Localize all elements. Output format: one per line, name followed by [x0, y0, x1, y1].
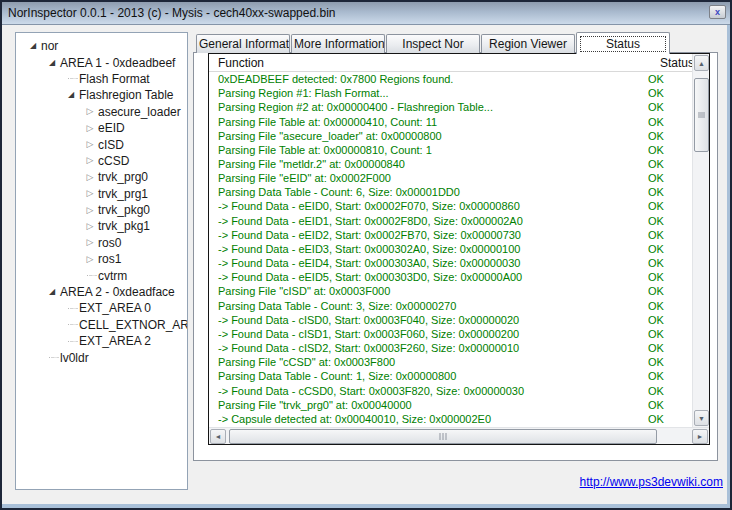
tree-connector: [68, 78, 78, 79]
tree-item[interactable]: ◢Flashregion Table: [16, 87, 187, 103]
tree-item[interactable]: ▷eEID: [16, 120, 187, 136]
status-row-function: -> Found Data - eEID0, Start: 0x0002F070…: [209, 200, 645, 212]
tree-collapsed-icon[interactable]: ▷: [82, 124, 98, 133]
status-row-function: Parsing Data Table - Count: 6, Size: 0x0…: [209, 186, 645, 198]
status-row[interactable]: Parsing File "metldr.2" at: 0x00000840OK: [209, 157, 692, 171]
status-row[interactable]: Parsing File "cISD" at: 0x0003F000OK: [209, 284, 692, 298]
tree-item-label: AREA 2 - 0xdeadface: [60, 285, 175, 299]
tree-item-label: Flash Format: [79, 72, 150, 86]
status-row[interactable]: -> Found Data - eEID3, Start: 0x000302A0…: [209, 242, 692, 256]
tree-item[interactable]: ▷trvk_pkg0: [16, 202, 187, 218]
scroll-up-button[interactable]: ▲: [694, 55, 709, 71]
vertical-scrollbar[interactable]: ▲ ▼: [692, 54, 709, 427]
status-row-function: -> Capsule detected at: 0x00040010, Size…: [209, 413, 645, 425]
tab-region-viewer[interactable]: Region Viewer: [481, 34, 575, 53]
status-row[interactable]: -> Found Data - eEID2, Start: 0x0002FB70…: [209, 228, 692, 242]
status-row[interactable]: -> Found Data - cISD2, Start: 0x0003F260…: [209, 341, 692, 355]
tree-collapsed-icon[interactable]: ▷: [82, 255, 98, 264]
tree-item[interactable]: ▷trvk_prg0: [16, 169, 187, 185]
status-row-function: Parsing File "trvk_prg0" at: 0x00040000: [209, 399, 645, 411]
tree-collapsed-icon[interactable]: ▷: [82, 107, 98, 116]
tree-item[interactable]: EXT_AREA 2: [16, 333, 187, 349]
status-row[interactable]: -> Found Data - eEID5, Start: 0x000303D0…: [209, 270, 692, 284]
status-row-status: OK: [645, 87, 664, 99]
status-row[interactable]: Parsing File Table at: 0x00000410, Count…: [209, 114, 692, 128]
status-row-status: OK: [645, 186, 664, 198]
tree-item[interactable]: EXT_AREA 0: [16, 300, 187, 316]
tree-expanded-icon[interactable]: ◢: [44, 288, 60, 296]
status-row[interactable]: -> Found Data - cCSD0, Start: 0x0003F820…: [209, 383, 692, 397]
tree-collapsed-icon[interactable]: ▷: [82, 189, 98, 198]
tree-expanded-icon[interactable]: ◢: [25, 42, 41, 50]
tree-item[interactable]: ◢AREA 1 - 0xdeadbeef: [16, 54, 187, 70]
tab-label: More Information: [292, 37, 385, 51]
status-row-status: OK: [645, 271, 664, 283]
column-header-status[interactable]: Status: [645, 56, 694, 70]
status-row[interactable]: Parsing Region #1: Flash Format...OK: [209, 86, 692, 100]
scroll-left-button[interactable]: ◄: [210, 429, 226, 444]
scroll-down-button[interactable]: ▼: [694, 410, 709, 426]
status-row[interactable]: -> Found Data - eEID4, Start: 0x000303A0…: [209, 256, 692, 270]
tree-collapsed-icon[interactable]: ▷: [82, 206, 98, 215]
tree-item[interactable]: ▷asecure_loader: [16, 104, 187, 120]
status-row[interactable]: Parsing File "asecure_loader" at: 0x0000…: [209, 129, 692, 143]
status-row[interactable]: Parsing Data Table - Count: 1, Size: 0x0…: [209, 369, 692, 383]
status-row-function: Parsing Region #1: Flash Format...: [209, 87, 645, 99]
tab-more-information[interactable]: More Information: [291, 34, 385, 53]
ps3devwiki-link[interactable]: http://www.ps3devwiki.com: [580, 475, 723, 489]
app-window: NorInspector 0.0.1 - 2013 (c) - Mysis - …: [0, 0, 732, 510]
tab-status[interactable]: Status: [576, 32, 670, 54]
close-button[interactable]: x: [709, 5, 726, 19]
status-row[interactable]: 0xDEADBEEF detected: 0x7800 Regions foun…: [209, 72, 692, 86]
status-row[interactable]: Parsing Region #2 at: 0x00000400 - Flash…: [209, 100, 692, 114]
thumb-grip: [439, 433, 448, 440]
status-row[interactable]: -> Capsule detected at: 0x00040010, Size…: [209, 412, 692, 426]
status-row[interactable]: Parsing File "cCSD" at: 0x0003F800OK: [209, 355, 692, 369]
status-row[interactable]: -> Found Data - eEID1, Start: 0x0002F8D0…: [209, 214, 692, 228]
tree-collapsed-icon[interactable]: ▷: [82, 222, 98, 231]
tab-inspect-nor[interactable]: Inspect Nor: [386, 34, 480, 53]
tree-collapsed-icon[interactable]: ▷: [82, 140, 98, 149]
tree-item[interactable]: ◢nor: [16, 38, 187, 54]
title-bar[interactable]: NorInspector 0.0.1 - 2013 (c) - Mysis - …: [2, 2, 730, 25]
status-row[interactable]: Parsing File Table at: 0x00000810, Count…: [209, 143, 692, 157]
scroll-right-button[interactable]: ►: [692, 429, 708, 444]
window-title: NorInspector 0.0.1 - 2013 (c) - Mysis - …: [2, 6, 335, 20]
tree-item[interactable]: ▷ros1: [16, 251, 187, 267]
vertical-scroll-thumb[interactable]: [694, 78, 709, 152]
tree-item[interactable]: ▷cISD: [16, 136, 187, 152]
tree-item[interactable]: ◢AREA 2 - 0xdeadface: [16, 284, 187, 300]
status-row[interactable]: Parsing File "trvk_prg0" at: 0x00040000O…: [209, 398, 692, 412]
status-row-function: Parsing File "cISD" at: 0x0003F000: [209, 285, 645, 297]
tree-expanded-icon[interactable]: ◢: [44, 59, 60, 67]
status-row-status: OK: [645, 200, 664, 212]
status-row[interactable]: -> Found Data - cISD1, Start: 0x0003F060…: [209, 327, 692, 341]
horizontal-scroll-thumb[interactable]: [229, 429, 657, 444]
status-row[interactable]: Parsing File "eEID" at: 0x0002F000OK: [209, 171, 692, 185]
tree-collapsed-icon[interactable]: ▷: [82, 173, 98, 182]
list-header[interactable]: Function Status: [209, 54, 709, 72]
status-row[interactable]: -> Found Data - eEID0, Start: 0x0002F070…: [209, 199, 692, 213]
status-row[interactable]: Parsing Data Table - Count: 3, Size: 0x0…: [209, 299, 692, 313]
tree-item[interactable]: lv0ldr: [16, 349, 187, 365]
tree-item[interactable]: ▷ros0: [16, 235, 187, 251]
tree-item[interactable]: ▷trvk_pkg1: [16, 218, 187, 234]
tree-item[interactable]: ▷trvk_prg1: [16, 186, 187, 202]
tab-general-information[interactable]: General Information: [196, 34, 290, 53]
status-listview: Function Status 0xDEADBEEF detected: 0x7…: [208, 53, 710, 445]
column-header-function[interactable]: Function: [209, 56, 645, 70]
tree-item[interactable]: cvtrm: [16, 267, 187, 283]
status-row[interactable]: -> Found Data - cISD0, Start: 0x0003F040…: [209, 313, 692, 327]
tree-collapsed-icon[interactable]: ▷: [82, 156, 98, 165]
status-tab-page: Function Status 0xDEADBEEF detected: 0x7…: [193, 52, 718, 461]
region-tree[interactable]: ◢nor◢AREA 1 - 0xdeadbeefFlash Format◢Fla…: [15, 32, 188, 490]
status-row-status: OK: [645, 314, 664, 326]
scroll-right-icon: ►: [697, 433, 704, 440]
tree-item[interactable]: Flash Format: [16, 71, 187, 87]
tree-collapsed-icon[interactable]: ▷: [82, 238, 98, 247]
horizontal-scrollbar[interactable]: ◄ ►: [209, 427, 709, 444]
tree-item[interactable]: ▷cCSD: [16, 153, 187, 169]
status-row[interactable]: Parsing Data Table - Count: 6, Size: 0x0…: [209, 185, 692, 199]
tree-item[interactable]: CELL_EXTNOR_AREA: [16, 317, 187, 333]
tree-expanded-icon[interactable]: ◢: [63, 91, 79, 99]
